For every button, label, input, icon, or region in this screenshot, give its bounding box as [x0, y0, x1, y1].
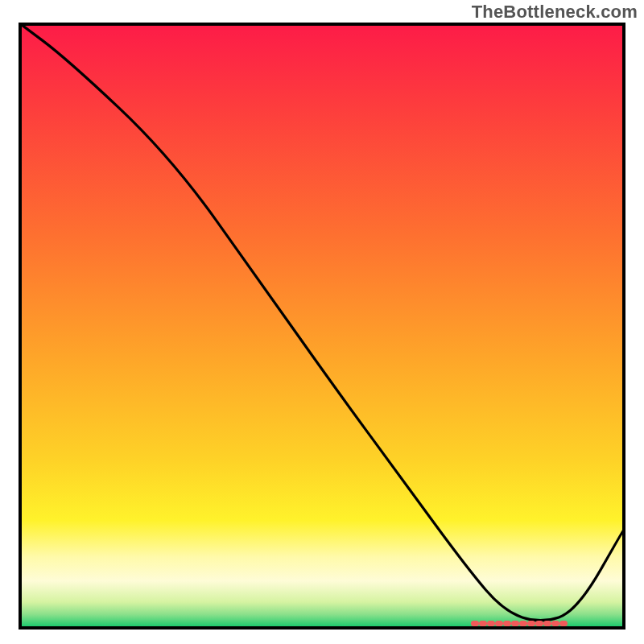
- chart-container: TheBottleneck.com: [0, 0, 644, 644]
- gradient-background: [19, 23, 625, 630]
- plot-area: [19, 23, 625, 630]
- attribution-label: TheBottleneck.com: [472, 2, 638, 23]
- chart-svg: [19, 23, 625, 630]
